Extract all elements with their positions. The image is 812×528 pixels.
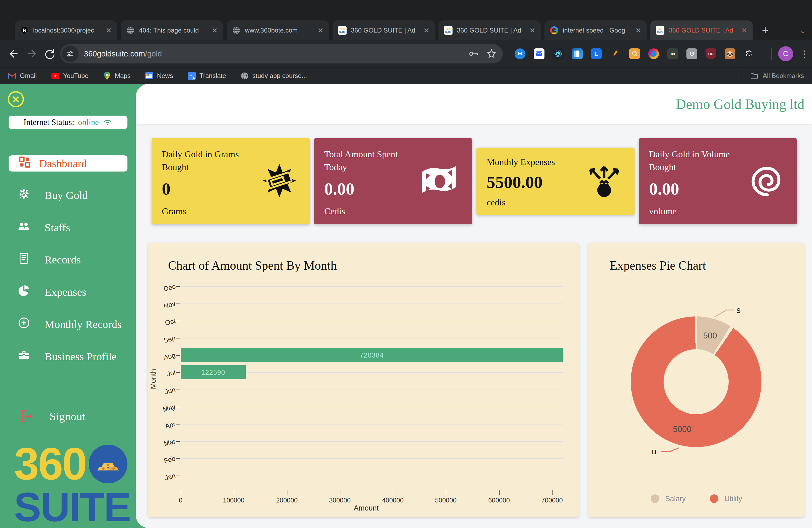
legend-item-salary[interactable]: Salary — [651, 494, 686, 503]
people-icon — [18, 220, 30, 235]
sidebar-close-icon[interactable] — [7, 90, 25, 108]
bookmark-study-app-course-[interactable]: study app course... — [241, 72, 307, 80]
pie-legend: Salary Utility — [588, 494, 805, 503]
tab-title: 360 GOLD SUITE | Ad — [457, 27, 525, 34]
y-tick — [176, 407, 180, 407]
company-name: Demo Gold Buying ltd — [676, 96, 804, 112]
x-tick — [499, 490, 499, 495]
bookmark-news[interactable]: News — [145, 72, 173, 80]
nextjs-favicon-icon — [20, 26, 29, 35]
bookmarks-divider — [739, 71, 739, 80]
sidebar-item-monthly-records[interactable]: Monthly Records — [0, 308, 136, 340]
letter-g-icon[interactable]: G — [686, 48, 698, 60]
site-settings-icon[interactable] — [62, 45, 78, 62]
tab-close-icon[interactable]: ✕ — [212, 26, 218, 35]
letter-l-icon[interactable]: L — [591, 48, 602, 60]
new-tab-button[interactable]: + — [757, 23, 773, 38]
infinity-icon[interactable]: ∞ — [667, 48, 679, 60]
sidebar-item-business-profile[interactable]: Business Profile — [0, 340, 136, 372]
tab-close-icon[interactable]: ✕ — [423, 26, 430, 35]
notebook-icon[interactable] — [571, 48, 583, 60]
mail-icon[interactable] — [533, 48, 545, 60]
sidebar-item-dashboard[interactable]: Dashboard — [9, 156, 128, 172]
tab-close-icon[interactable]: ✕ — [530, 26, 535, 35]
x-tick — [552, 490, 553, 495]
stat-card: Daily Gold in GramsBought 0 Grams — [151, 138, 310, 224]
y-tick-label: Sep — [148, 334, 176, 348]
reload-icon[interactable] — [43, 47, 56, 61]
bookmark-gmail[interactable]: Gmail — [8, 72, 37, 80]
all-bookmarks-button[interactable]: All Bookmarks — [739, 71, 804, 80]
url-text[interactable]: 360goldsuite.com/gold — [84, 49, 461, 58]
y-tick-label: Jan — [148, 471, 176, 486]
tab-close-icon[interactable]: ✕ — [635, 26, 641, 35]
x-tick-label: 300000 — [321, 497, 359, 504]
maps-icon — [103, 72, 111, 80]
stat-card-unit: Cedis — [324, 205, 472, 217]
browser-tab[interactable]: 360SUITE 360 GOLD SUITE | Ad ✕ — [650, 20, 753, 40]
tab-search-chevron-icon[interactable]: ⌄ — [799, 26, 806, 35]
browser-tab[interactable]: 404: This page could ✕ — [121, 20, 223, 40]
tab-close-icon[interactable]: ✕ — [741, 26, 747, 35]
react-icon[interactable] — [552, 48, 564, 60]
badger-icon[interactable] — [724, 48, 736, 60]
money-bag-icon — [587, 163, 622, 199]
google-favicon-icon — [550, 26, 559, 35]
bookmark-star-icon[interactable] — [486, 48, 497, 59]
pie-chart-title: Expenses Pie Chart — [610, 258, 706, 273]
assistant-icon[interactable] — [629, 48, 640, 60]
bar-jul[interactable]: 122590 — [181, 365, 246, 379]
banknote-icon — [419, 164, 459, 198]
x-tick-label: 600000 — [480, 497, 518, 504]
bar-value-label: 720384 — [360, 351, 384, 359]
tab-close-icon[interactable]: ✕ — [318, 26, 323, 35]
address-bar[interactable]: 360goldsuite.com/gold — [60, 44, 503, 63]
browser-tab[interactable]: 360SUITE 360 GOLD SUITE | Ad ✕ — [333, 20, 435, 40]
main-content: Demo Gold Buying ltd Daily Gold in Grams… — [136, 84, 812, 528]
y-tick-label: Nov — [148, 299, 176, 314]
gridline — [181, 407, 563, 407]
bookmarks-bar: Gmail YouTube Maps News GTranslate study… — [0, 67, 812, 84]
legend-item-utility[interactable]: Utility — [710, 494, 742, 503]
logo-suite-text: SUITE — [14, 487, 136, 527]
sidebar-item-records[interactable]: Records — [0, 244, 136, 276]
profile-avatar[interactable]: C — [778, 46, 793, 61]
bookmark-translate[interactable]: GTranslate — [188, 72, 226, 80]
tab-title: internet speed - Goog — [563, 27, 631, 34]
pen-icon[interactable] — [610, 48, 621, 60]
sidebar-item-buy-gold[interactable]: Buy Gold — [0, 179, 136, 211]
suite-favicon-icon: 360SUITE — [444, 26, 452, 35]
puzzle-icon[interactable] — [743, 48, 755, 60]
tab-title: 404: This page could — [139, 27, 207, 34]
browser-tab[interactable]: internet speed - Goog ✕ — [545, 20, 647, 40]
sidebar-item-expenses[interactable]: Expenses — [0, 276, 136, 308]
x-tick-label: 0 — [162, 497, 200, 504]
browser-tab[interactable]: 360SUITE 360 GOLD SUITE | Ad ✕ — [438, 20, 541, 40]
back-icon[interactable] — [7, 47, 21, 61]
color-wheel-icon[interactable] — [648, 48, 659, 60]
bookmark-maps[interactable]: Maps — [103, 72, 131, 80]
tab-close-icon[interactable]: ✕ — [106, 26, 112, 35]
signout-button[interactable]: Signout — [0, 406, 136, 427]
y-tick — [176, 286, 180, 287]
browser-menu-icon[interactable]: ⋮ — [800, 48, 805, 59]
sidebar-item-staffs[interactable]: Staffs — [0, 211, 136, 244]
stat-card-unit: Grams — [162, 205, 310, 217]
browser-tab[interactable]: localhost:3000/projec ✕ — [15, 20, 117, 40]
bowtie-icon[interactable] — [514, 48, 526, 60]
password-key-icon[interactable] — [468, 48, 479, 59]
pie-callout-u: u — [652, 447, 656, 456]
x-tick — [181, 490, 181, 495]
y-tick — [176, 390, 180, 390]
pie-chart-panel: Expenses Pie Chart 500 5000 s u Salary U… — [588, 243, 805, 517]
bookmark-youtube[interactable]: YouTube — [52, 72, 88, 80]
y-tick-label: Feb — [148, 454, 176, 469]
shield-icon[interactable]: UO — [705, 48, 717, 60]
toolbar-divider — [771, 48, 772, 60]
news-icon — [145, 72, 153, 80]
briefcase-icon — [18, 349, 30, 364]
forward-icon[interactable] — [25, 47, 39, 61]
legend-dot — [710, 494, 719, 503]
bar-aug[interactable]: 720384 — [181, 348, 563, 362]
browser-tab[interactable]: www.360bote.com ✕ — [227, 20, 329, 40]
